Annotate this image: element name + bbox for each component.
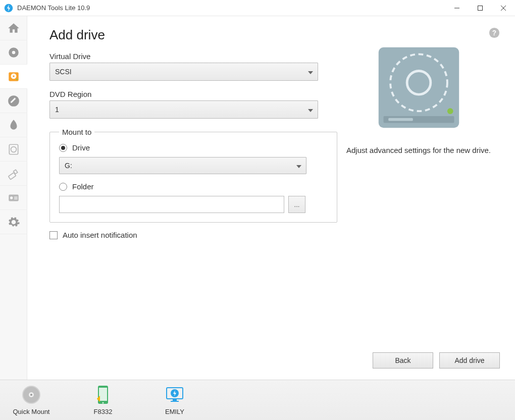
folder-path-input[interactable] [59,196,284,213]
close-button[interactable] [492,0,515,16]
chevron-down-icon [308,68,313,76]
window-controls [445,0,515,16]
svg-point-31 [30,394,32,396]
chevron-down-icon [296,162,301,170]
chevron-down-icon [308,106,313,114]
svg-point-27 [447,108,453,114]
sidebar-item-add-drive[interactable] [0,65,27,89]
svg-text:?: ? [492,29,496,37]
info-text: Adjust advanced settings for the new dri… [346,146,491,154]
drive-letter-value: G: [65,162,72,170]
sidebar-item-bootable[interactable] [0,137,27,162]
maximize-button[interactable] [469,0,492,16]
help-icon[interactable]: ? [489,27,500,40]
svg-rect-2 [478,6,483,10]
sidebar-item-burn[interactable] [0,113,27,137]
device-quick-mount[interactable]: Quick Mount [7,385,56,415]
device-label: F8332 [94,408,113,415]
sidebar-item-iscsi[interactable] [0,186,27,210]
sidebar [0,16,27,380]
drive-illustration [375,43,463,132]
page-title: Add drive [49,27,337,43]
mount-to-fieldset: Mount to Drive G: Folder [49,128,337,223]
svg-point-34 [102,402,104,404]
phone-icon [93,385,113,405]
svg-rect-33 [99,388,107,401]
back-button[interactable]: Back [373,352,433,369]
radio-folder[interactable] [59,183,67,191]
device-f8332[interactable]: F8332 [79,385,127,415]
dvd-region-label: DVD Region [49,90,337,98]
radio-drive-label: Drive [72,143,90,152]
svg-rect-19 [14,198,18,199]
svg-point-13 [11,146,17,152]
action-bar: Back Add drive [373,352,500,369]
svg-point-10 [16,79,18,80]
svg-point-9 [13,75,14,77]
dvd-region-value: 1 [55,106,59,114]
auto-insert-checkbox[interactable] [49,231,58,239]
add-drive-button[interactable]: Add drive [439,352,500,369]
svg-rect-18 [14,196,18,197]
svg-rect-37 [171,401,179,402]
svg-rect-24 [388,118,413,121]
sidebar-item-settings[interactable] [0,210,27,234]
app-icon [4,4,13,13]
device-emily[interactable]: EMILY [150,385,199,415]
monitor-icon [165,385,185,405]
svg-rect-36 [173,399,177,401]
virtual-drive-value: SCSI [55,68,72,76]
device-bar: Quick Mount F8332 EMILY [0,380,515,420]
auto-insert-label: Auto insert notification [63,231,137,239]
disc-icon [21,385,41,405]
window-title: DAEMON Tools Lite 10.9 [17,4,445,12]
device-label: EMILY [165,408,184,415]
browse-folder-button[interactable]: ... [288,196,305,213]
sidebar-item-editor[interactable] [0,89,27,113]
radio-drive[interactable] [59,144,67,152]
titlebar: DAEMON Tools Lite 10.9 [0,0,515,16]
dvd-region-select[interactable]: 1 [49,100,318,119]
svg-point-6 [12,50,16,54]
minimize-button[interactable] [445,0,469,16]
mount-to-legend: Mount to [59,128,94,136]
device-label: Quick Mount [13,408,50,415]
svg-point-17 [10,196,13,199]
sidebar-item-home[interactable] [0,16,27,40]
virtual-drive-label: Virtual Drive [49,52,337,61]
radio-folder-label: Folder [72,182,94,191]
sidebar-item-usb[interactable] [0,162,27,186]
sidebar-item-images[interactable] [0,40,27,65]
main-content: ? Add drive Virtual Drive SCSI DVD Regio… [27,16,515,380]
virtual-drive-select[interactable]: SCSI [49,63,318,81]
drive-letter-select[interactable]: G: [59,157,306,174]
